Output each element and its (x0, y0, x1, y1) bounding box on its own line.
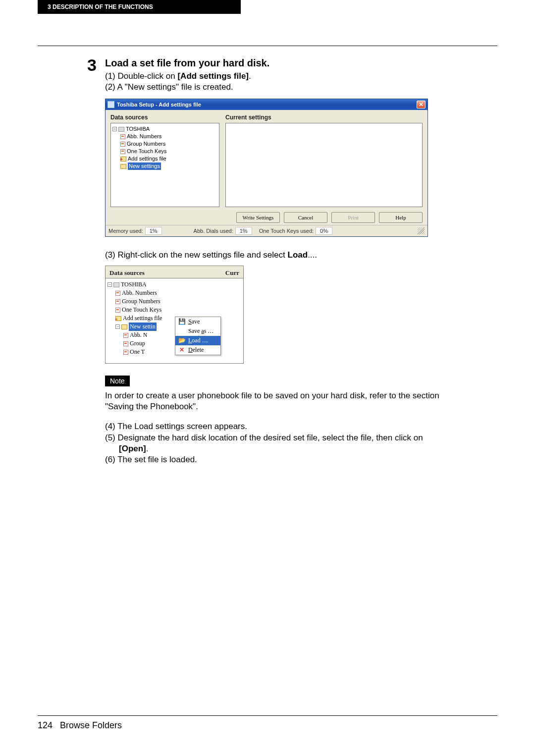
close-button[interactable]: ✕ (417, 101, 426, 108)
page-number: 124 (38, 720, 53, 730)
panel2-left-head: Data sources (109, 269, 145, 277)
open-icon: 📂 (178, 337, 185, 344)
tree2-item[interactable]: One Touch Keys (122, 306, 161, 314)
expander-icon[interactable]: − (115, 324, 120, 329)
menu-delete-label: Delete (188, 346, 204, 354)
help-button[interactable]: Help (379, 212, 423, 223)
context-menu: 💾Save Save as … 📂Load … ✕Delete (175, 317, 221, 355)
card-icon (123, 333, 128, 338)
step-line1-bold: [Add settings file] (177, 71, 249, 81)
machine-icon (113, 282, 119, 287)
tree2-root[interactable]: TOSHIBA (121, 280, 147, 289)
app-window: Toshiba Setup - Add settings file ✕ Data… (105, 99, 428, 237)
chapter-label: 3 DESCRIPTION OF THE FUNCTIONS (48, 3, 153, 10)
card-icon (115, 299, 120, 304)
line3-pre: (3) Right-click on the new settings file… (105, 250, 288, 260)
tree2-item[interactable]: Abb. Numbers (122, 289, 157, 297)
tail-line5-pre: (5) Designate the hard disk location of … (105, 433, 423, 442)
col-current-settings-label: Current settings (225, 114, 423, 121)
line3-post: .... (308, 250, 317, 260)
tail-line4: (4) The Load settings screen appears. (105, 421, 464, 432)
abb-label: Abb. Dials used: (194, 228, 233, 234)
print-button[interactable]: Print (331, 212, 375, 223)
titlebar: Toshiba Setup - Add settings file ✕ (106, 99, 428, 110)
expander-icon[interactable]: − (112, 127, 117, 131)
tree-item[interactable]: Abb. Numbers (127, 133, 161, 140)
footer: 124 Browse Folders (38, 720, 122, 731)
folder-icon (120, 164, 126, 169)
button-row: Write Settings Cancel Print Help (106, 210, 428, 225)
tree2-add[interactable]: Add settings file (123, 314, 162, 323)
add-folder-icon (120, 157, 126, 162)
line3-bold: Load (288, 250, 308, 260)
tree-root[interactable]: TOSHIBA (126, 125, 150, 133)
chapter-header: 3 DESCRIPTION OF THE FUNCTIONS (38, 0, 241, 14)
card-icon (120, 134, 125, 139)
tree-item[interactable]: Group Numbers (127, 140, 165, 148)
folder-icon (121, 324, 127, 329)
step-line1-pre: (1) Double-click on (105, 71, 177, 81)
menu-load-label: Load … (188, 337, 208, 344)
step-body: (1) Double-click on [Add settings file].… (105, 71, 464, 93)
step-line1-post: . (249, 71, 251, 81)
menu-save[interactable]: 💾Save (175, 317, 220, 326)
card-icon (123, 350, 128, 355)
write-settings-button[interactable]: Write Settings (236, 212, 280, 223)
tree2-sub[interactable]: Abb. N (130, 331, 147, 339)
card-icon (120, 142, 125, 147)
menu-delete[interactable]: ✕Delete (175, 345, 220, 355)
card-icon (120, 149, 125, 154)
expander-icon[interactable]: − (107, 282, 112, 287)
mem-label: Memory used: (108, 228, 143, 234)
tree-panel[interactable]: −TOSHIBA Abb. Numbers Group Numbers One … (110, 123, 219, 207)
step-line2: (2) A "New settings" file is created. (105, 82, 464, 93)
note-text: In order to create a user phonebook file… (105, 390, 462, 412)
status-bar: Memory used: 1% Abb. Dials used: 1% One … (106, 225, 428, 236)
section-name: Browse Folders (60, 720, 122, 730)
settings-panel (225, 123, 423, 207)
tail-line5-bold: [Open] (119, 444, 146, 453)
otk-value: 0% (316, 227, 332, 235)
machine-icon (118, 127, 124, 132)
tree-add[interactable]: Add settings file (128, 155, 166, 162)
context-menu-screenshot: Data sources Curr −TOSHIBA Abb. Numbers … (105, 266, 244, 364)
abb-value: 1% (235, 227, 252, 235)
app-icon (107, 101, 114, 108)
step-heading: Load a set file from your hard disk. (105, 57, 464, 69)
tree-new-selected[interactable]: New settings (128, 162, 161, 170)
col-data-sources-label: Data sources (110, 114, 219, 121)
top-rule (38, 46, 497, 46)
otk-label: One Touch Keys used: (259, 228, 314, 234)
card-icon (115, 291, 120, 296)
resize-grip-icon[interactable] (418, 227, 425, 234)
menu-save-as[interactable]: Save as … (175, 326, 220, 336)
add-folder-icon (115, 316, 121, 321)
tree2-new[interactable]: New settin (129, 323, 157, 331)
card-icon (123, 341, 128, 346)
main-content: Load a set file from your hard disk. (1)… (87, 57, 464, 465)
note-badge: Note (105, 376, 130, 386)
window-title: Toshiba Setup - Add settings file (117, 102, 201, 108)
menu-load[interactable]: 📂Load … (175, 336, 220, 345)
footer-rule (38, 715, 497, 716)
tree2-sub[interactable]: Group (130, 339, 145, 348)
menu-save-as-label: Save as … (188, 327, 214, 335)
delete-icon: ✕ (178, 346, 185, 354)
tail-line6: (6) The set file is loaded. (105, 454, 464, 465)
tree2-item[interactable]: Group Numbers (122, 297, 160, 306)
save-icon: 💾 (178, 318, 185, 325)
tree2-sub[interactable]: One T (130, 348, 145, 356)
cancel-button[interactable]: Cancel (284, 212, 327, 223)
panel2-right-head: Curr (225, 269, 239, 277)
tail-line5-post: . (146, 444, 149, 453)
card-icon (115, 308, 120, 313)
mem-value: 1% (145, 227, 162, 235)
tree-item[interactable]: One Touch Keys (127, 148, 167, 155)
